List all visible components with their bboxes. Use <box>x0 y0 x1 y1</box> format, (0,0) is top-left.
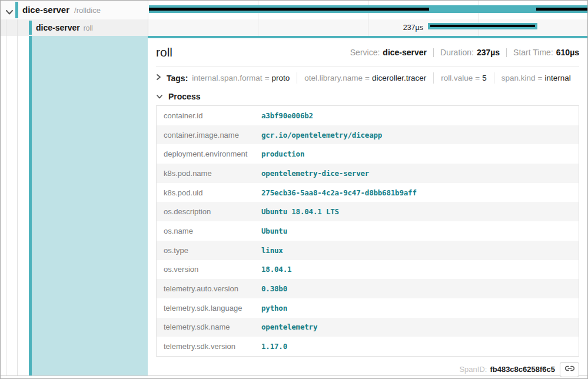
process-key: deployment.environment <box>157 149 261 158</box>
span-detail-footer: SpanID: fb483c8c6258f6c5 <box>156 357 579 377</box>
service-value: dice-server <box>383 48 427 57</box>
process-key: container.image.name <box>157 131 261 139</box>
process-label: Process <box>168 92 200 101</box>
process-key: os.description <box>157 207 261 216</box>
process-section-toggle[interactable]: Process <box>156 88 579 105</box>
process-value: 18.04.1 <box>261 265 291 274</box>
process-row: os.descriptionUbuntu 18.04.1 LTS <box>157 202 579 221</box>
span-bar-roll[interactable] <box>428 23 537 29</box>
process-key: telemetry.sdk.language <box>157 304 261 312</box>
span-meta: Service: dice-server Duration: 237µs Sta… <box>350 48 579 57</box>
tag-key: span.kind <box>501 74 536 82</box>
process-key: container.id <box>157 111 261 120</box>
meta-separator <box>506 48 507 57</box>
tag-item: span.kind=internal <box>501 74 571 82</box>
process-key: telemetry.sdk.name <box>157 323 261 331</box>
process-row: os.version18.04.1 <box>157 260 579 280</box>
indent-guide <box>17 36 18 375</box>
process-key: os.name <box>157 227 261 235</box>
process-row: deployment.environmentproduction <box>157 144 579 164</box>
span-id-value: fb483c8c6258f6c5 <box>490 365 555 374</box>
tag-key: otel.library.name <box>304 74 363 82</box>
tag-equals: = <box>475 74 480 82</box>
process-key: telemetry.auto.version <box>157 284 261 293</box>
process-key: os.type <box>157 246 261 255</box>
deep-link-button[interactable] <box>560 362 579 377</box>
duration-value: 237µs <box>477 48 500 57</box>
tag-value: proto <box>272 74 290 82</box>
duration-label: Duration: <box>440 48 474 57</box>
tag-item: roll.value=5 <box>441 74 486 82</box>
process-row: container.ida3bf90e006b2 <box>157 106 579 125</box>
tag-key: internal.span.format <box>192 74 262 82</box>
tag-value: internal <box>544 74 570 82</box>
span-color-bar <box>15 2 18 18</box>
tag-item: internal.span.format=proto <box>192 74 290 82</box>
start-time-label: Start Time: <box>513 48 553 57</box>
process-key: k8s.pod.uid <box>157 188 261 197</box>
link-icon <box>565 364 574 375</box>
process-value: opentelemetry-dice-server <box>261 169 369 178</box>
tag-value: diceroller.tracer <box>372 74 426 82</box>
start-time-value: 610µs <box>556 48 579 57</box>
span-detail-panel: roll Service: dice-server Duration: 237µ… <box>148 36 587 375</box>
critical-path-segment <box>536 8 587 11</box>
process-value: production <box>261 149 304 158</box>
tag-equals: = <box>265 74 270 82</box>
span-bar-rolldice[interactable] <box>149 5 587 13</box>
tag-item: otel.library.name=diceroller.tracer <box>304 74 426 82</box>
critical-path-segment <box>149 8 429 11</box>
tag-separator <box>494 72 494 84</box>
process-value: a3bf90e006b2 <box>261 111 313 120</box>
process-row: telemetry.sdk.nameopentelemetry <box>157 318 579 337</box>
process-table: container.ida3bf90e006b2 container.image… <box>156 105 579 357</box>
process-row: k8s.pod.nameopentelemetry-dice-server <box>157 164 579 183</box>
tag-key: roll.value <box>441 74 473 82</box>
service-label: Service: <box>350 48 380 57</box>
operation-name: /rolldice <box>74 6 101 15</box>
chevron-right-icon <box>156 74 161 82</box>
process-row: telemetry.auto.version0.38b0 <box>157 279 579 298</box>
span-title: roll <box>156 45 172 59</box>
selected-span-tint[interactable] <box>32 36 148 375</box>
jaeger-trace-detail-view: dice-server/rolldice dice-serverroll 237… <box>0 0 588 379</box>
span-id-label: SpanID: <box>459 365 487 374</box>
operation-name: roll <box>84 24 93 32</box>
process-row: container.image.namegcr.io/opentelemetry… <box>157 125 579 145</box>
process-row: os.nameUbuntu <box>157 221 579 241</box>
process-value: 1.17.0 <box>261 342 287 351</box>
chevron-down-icon[interactable] <box>5 7 14 13</box>
process-value: Ubuntu <box>261 227 287 235</box>
process-key: os.version <box>157 265 261 274</box>
process-row: os.typelinux <box>157 241 579 260</box>
meta-separator <box>433 48 434 57</box>
process-row: k8s.pod.uid275ecb36-5aa8-4c2a-9c47-d8bb6… <box>157 183 579 202</box>
process-row: telemetry.sdk.version1.17.0 <box>157 337 579 356</box>
tag-equals: = <box>538 74 543 82</box>
tag-separator <box>297 72 297 84</box>
process-value: Ubuntu 18.04.1 LTS <box>261 207 339 216</box>
process-value: 0.38b0 <box>261 284 287 293</box>
trace-timeline-rows: dice-server/rolldice dice-serverroll 237… <box>1 1 587 36</box>
span-detail-header: roll Service: dice-server Duration: 237µ… <box>156 38 579 67</box>
span-name-rolldice: dice-server/rolldice <box>22 5 101 15</box>
span-color-bar <box>29 21 32 35</box>
span-duration-label: 237µs <box>354 24 423 32</box>
process-value: 275ecb36-5aa8-4c2a-9c47-d8bb681b9aff <box>261 188 417 197</box>
tags-label: Tags: <box>167 74 188 83</box>
process-value: opentelemetry <box>261 323 317 331</box>
tag-separator <box>433 72 434 84</box>
process-key: k8s.pod.name <box>157 169 261 178</box>
span-name-roll: dice-serverroll <box>36 22 93 33</box>
service-name: dice-server <box>22 5 69 15</box>
process-key: telemetry.sdk.version <box>157 342 261 351</box>
service-name: dice-server <box>36 23 80 32</box>
chevron-down-icon <box>156 91 163 102</box>
tags-section-toggle[interactable]: Tags: internal.span.format=proto otel.li… <box>156 67 579 88</box>
critical-path-segment <box>430 25 535 27</box>
tag-list: internal.span.format=proto otel.library.… <box>192 72 570 84</box>
process-row: telemetry.sdk.languagepython <box>157 298 579 318</box>
process-value: python <box>261 304 287 312</box>
indent-guide <box>6 36 6 375</box>
process-value: linux <box>261 246 283 255</box>
